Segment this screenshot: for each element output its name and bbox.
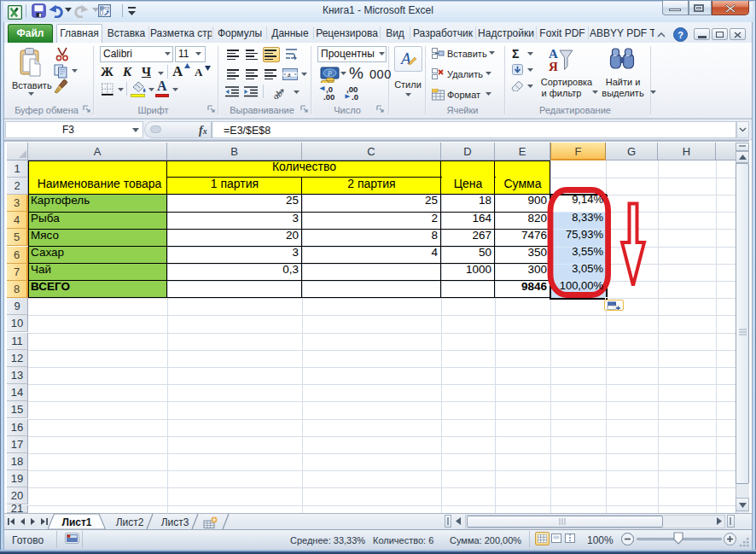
svg-text:P: P — [327, 70, 332, 78]
svg-text:a: a — [288, 71, 291, 79]
svg-text:,00: ,00 — [323, 92, 334, 101]
svg-text:Σ: Σ — [512, 48, 519, 59]
svg-text:А: А — [549, 47, 558, 61]
svg-text:Я: Я — [549, 60, 558, 73]
svg-text:,0: ,0 — [352, 92, 358, 101]
svg-text:?: ? — [677, 30, 683, 40]
